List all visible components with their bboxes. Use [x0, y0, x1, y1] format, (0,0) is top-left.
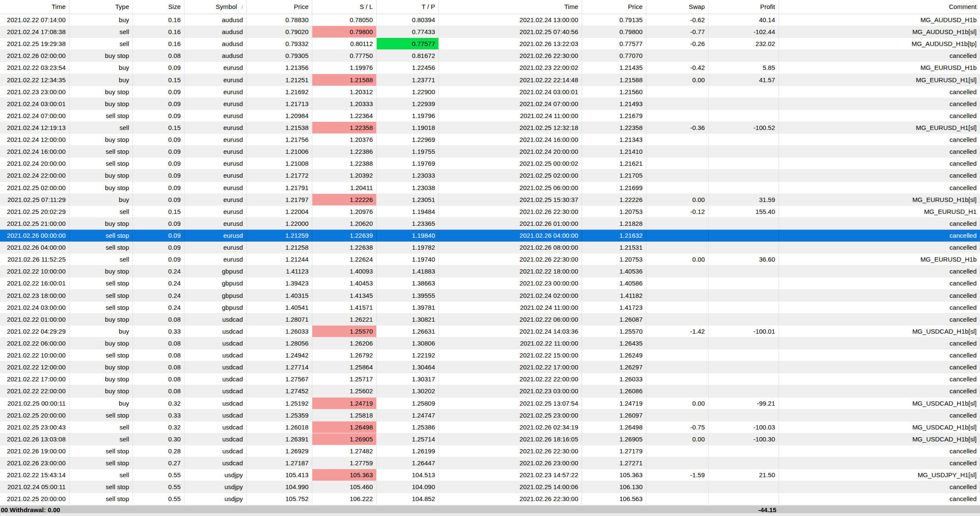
table-row[interactable]: 2021.02.26 00:00:00sell stop0.09eurusd1.…: [0, 230, 980, 242]
cell-type: buy stop: [69, 182, 133, 193]
cell-swap: [646, 230, 709, 241]
table-row[interactable]: 2021.02.25 00:00:11buy0.32usdcad1.251921…: [0, 398, 980, 409]
table-row[interactable]: 2021.02.26 04:00:00sell stop0.09eurusd1.…: [0, 242, 980, 254]
cell-sl: 1.20312: [312, 86, 377, 98]
cell-profit: -102.44: [709, 26, 779, 37]
cell-time_open: 2021.02.25 20:00:00: [0, 409, 69, 421]
column-header-label: Type: [115, 3, 129, 10]
table-row[interactable]: 2021.02.25 21:00:00buy stop0.09eurusd1.2…: [0, 218, 980, 230]
cell-price_open: 1.27187: [247, 457, 312, 469]
cell-sl: 1.20620: [312, 218, 377, 229]
cell-price_close: 1.21343: [582, 134, 646, 145]
table-row[interactable]: 2021.02.22 10:00:00buy stop0.24gbpusd1.4…: [0, 265, 980, 277]
table-row[interactable]: 2021.02.23 18:00:00sell stop0.24gbpusd1.…: [0, 290, 980, 302]
table-row[interactable]: 2021.02.26 23:00:00sell stop0.27usdcad1.…: [0, 457, 980, 469]
column-header-tp[interactable]: T / P: [377, 0, 439, 14]
table-row[interactable]: 2021.02.26 13:03:08sell0.30usdcad1.26391…: [0, 433, 980, 445]
cell-type: buy: [69, 14, 133, 26]
table-row[interactable]: 2021.02.25 20:00:00sell stop0.33usdcad1.…: [0, 409, 980, 421]
cell-sl: 1.25717: [312, 373, 377, 385]
column-header-comment[interactable]: Comment: [779, 0, 980, 14]
cell-time_close: 2021.02.24 03:00:01: [439, 86, 582, 98]
table-row[interactable]: 2021.02.24 17:08:38sell0.16audusd0.79020…: [0, 26, 980, 38]
table-row[interactable]: 2021.02.22 04:29:29buy0.33usdcad1.260331…: [0, 326, 980, 337]
cell-tp: 1.22192: [377, 349, 439, 361]
column-header-size[interactable]: Size: [133, 0, 184, 14]
cell-price_close: 1.21435: [582, 62, 646, 73]
cell-price_open: 1.24942: [247, 349, 312, 361]
table-row[interactable]: 2021.02.23 23:00:00buy stop0.09eurusd1.2…: [0, 86, 980, 98]
column-header-price_close[interactable]: Price: [582, 0, 646, 14]
table-row[interactable]: 2021.02.24 03:00:01buy stop0.09eurusd1.2…: [0, 98, 980, 110]
cell-price_close: 1.41723: [582, 302, 646, 313]
cell-profit: [709, 170, 779, 181]
table-row[interactable]: 2021.02.22 15:43:14sell0.55usdjpy105.413…: [0, 469, 980, 481]
column-header-profit[interactable]: Profit: [709, 0, 779, 14]
table-row[interactable]: 2021.02.22 12:34:35buy0.15eurusd1.212511…: [0, 74, 980, 86]
column-header-sl[interactable]: S / L: [312, 0, 377, 14]
cell-price_open: 1.26929: [247, 445, 312, 457]
table-row[interactable]: 2021.02.22 06:00:00buy stop0.08usdcad1.2…: [0, 337, 980, 349]
table-row[interactable]: 2021.02.24 12:19:13sell0.15eurusd1.21538…: [0, 122, 980, 134]
cell-sl: 105.363: [312, 469, 377, 481]
table-row[interactable]: 2021.02.26 02:00:00buy stop0.08audusd0.7…: [0, 50, 980, 62]
table-row[interactable]: 2021.02.25 20:02:29sell0.15eurusd1.22004…: [0, 206, 980, 218]
table-row[interactable]: 2021.02.22 03:23:54buy0.09eurusd1.213561…: [0, 62, 980, 74]
table-row[interactable]: 2021.02.22 12:00:00buy stop0.08usdcad1.2…: [0, 361, 980, 373]
cell-comment: MG_EURUSD_H1b[sl]: [779, 194, 980, 205]
cell-type: sell stop: [69, 158, 133, 169]
table-row[interactable]: 2021.02.25 19:29:38sell0.16audusd0.79332…: [0, 38, 980, 50]
table-row[interactable]: 2021.02.24 05:00:11sell stop0.55usdjpy10…: [0, 481, 980, 493]
cell-time_open: 2021.02.24 16:00:00: [0, 146, 69, 157]
table-row[interactable]: 2021.02.24 07:00:00sell stop0.09eurusd1.…: [0, 110, 980, 122]
table-row[interactable]: 2021.02.25 07:11:29buy0.09eurusd1.217971…: [0, 194, 980, 206]
table-row[interactable]: 2021.02.22 10:00:00sell stop0.08usdcad1.…: [0, 349, 980, 361]
cell-price_open: 1.21258: [247, 242, 312, 253]
cell-price_open: 1.25359: [247, 409, 312, 421]
table-row[interactable]: 2021.02.24 22:00:00buy stop0.09eurusd1.2…: [0, 170, 980, 182]
table-row[interactable]: 2021.02.22 01:00:00buy stop0.08usdcad1.2…: [0, 314, 980, 326]
cell-time_open: 2021.02.23 23:00:00: [0, 86, 69, 98]
column-header-price_open[interactable]: Price: [247, 0, 312, 14]
cell-time_open: 2021.02.25 19:29:38: [0, 38, 69, 49]
column-header-symbol[interactable]: Symbol/: [184, 0, 247, 14]
column-header-type[interactable]: Type: [69, 0, 133, 14]
cell-tp: 1.23033: [377, 170, 439, 181]
table-row[interactable]: 2021.02.22 17:00:00buy stop0.08usdcad1.2…: [0, 373, 980, 385]
table-row[interactable]: 2021.02.24 12:00:00buy stop0.09eurusd1.2…: [0, 134, 980, 146]
cell-size: 0.09: [133, 182, 184, 193]
cell-type: sell stop: [69, 146, 133, 157]
table-row[interactable]: 2021.02.24 20:00:00sell stop0.09eurusd1.…: [0, 158, 980, 170]
cell-sl: 0.79800: [312, 26, 377, 37]
table-row[interactable]: 2021.02.24 03:00:00sell stop0.24gbpusd1.…: [0, 302, 980, 314]
table-row[interactable]: 2021.02.22 07:14:00buy0.16audusd0.788300…: [0, 14, 980, 26]
cell-sl: 1.41345: [312, 290, 377, 301]
table-row[interactable]: 2021.02.25 20:00:00sell stop0.55usdjpy10…: [0, 493, 980, 505]
cell-comment: cancelled: [779, 182, 980, 193]
cell-size: 0.24: [133, 277, 184, 289]
column-header-swap[interactable]: Swap: [646, 0, 709, 14]
cell-symbol: audusd: [184, 14, 247, 26]
cell-price_open: 1.21008: [247, 158, 312, 169]
cell-profit: [709, 457, 779, 469]
column-header-time_close[interactable]: Time: [439, 0, 582, 14]
table-row[interactable]: 2021.02.22 22:00:00buy stop0.08usdcad1.2…: [0, 385, 980, 397]
cell-comment: cancelled: [779, 290, 980, 301]
column-header-time_open[interactable]: Time: [0, 0, 69, 14]
cell-price_open: 1.21692: [247, 86, 312, 98]
cell-profit: 41.57: [709, 74, 779, 86]
cell-symbol: usdcad: [184, 421, 247, 433]
table-row[interactable]: 2021.02.25 23:00:43sell0.32usdcad1.26018…: [0, 421, 980, 433]
cell-comment: cancelled: [779, 265, 980, 277]
table-row[interactable]: 2021.02.22 16:00:01sell stop0.24gbpusd1.…: [0, 277, 980, 289]
cell-symbol: audusd: [184, 26, 247, 37]
table-row[interactable]: 2021.02.25 02:00:00buy stop0.09eurusd1.2…: [0, 182, 980, 194]
sort-ascending-icon: /: [241, 4, 243, 10]
table-row[interactable]: 2021.02.26 19:00:00sell stop0.28usdcad1.…: [0, 445, 980, 457]
cell-time_close: 2021.02.24 11:00:00: [439, 302, 582, 313]
table-row[interactable]: 2021.02.24 16:00:00sell stop0.09eurusd1.…: [0, 146, 980, 158]
table-row[interactable]: 2021.02.26 11:52:25sell0.09eurusd1.21244…: [0, 254, 980, 265]
cell-time_close: 2021.02.24 11:00:00: [439, 110, 582, 121]
cell-price_open: 1.21251: [247, 74, 312, 86]
cell-profit: -100.30: [709, 433, 779, 445]
